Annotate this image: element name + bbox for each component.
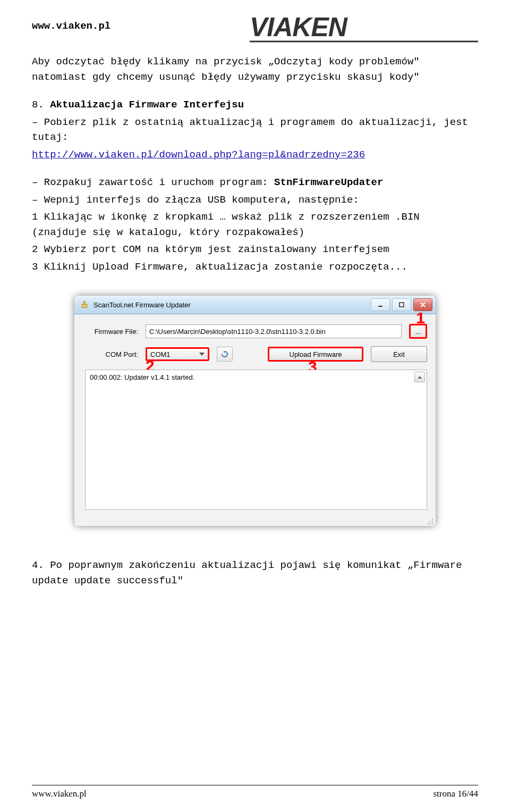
log-area: 00:00.002: Updater v1.4.1 started.: [85, 370, 427, 510]
page-footer: www.viaken.pl strona 16/44: [32, 789, 478, 799]
firmware-file-label: Firmware File:: [85, 328, 138, 336]
refresh-button[interactable]: [217, 347, 233, 362]
minimize-button[interactable]: [371, 298, 390, 311]
heading-8: 8. Aktualizacja Firmware Interfejsu: [32, 97, 478, 113]
footer-rule: [32, 785, 478, 785]
close-icon: [420, 302, 426, 308]
maximize-button[interactable]: [392, 298, 411, 311]
com-port-select[interactable]: COM1: [146, 347, 209, 361]
svg-point-8: [428, 523, 429, 524]
paragraph-after: 4. Po poprawnym zakończeniu aktualizacji…: [32, 558, 478, 588]
viaken-logo: VIAKEN: [250, 13, 478, 45]
paragraph-unpack-a: – Rozpakuj zawartość i uruchom program:: [32, 177, 274, 188]
paragraph-intro: Aby odczytać błędy klikamy na przycisk „…: [32, 54, 478, 85]
window-body: Firmware File: C:\Users\Marcin\Desktop\s…: [74, 314, 436, 515]
app-icon: [80, 300, 89, 309]
paragraph-download: – Pobierz plik z ostatnią aktualizacją i…: [32, 115, 478, 145]
page-header: www.viaken.pl VIAKEN: [32, 13, 478, 45]
program-name: StnFirmwareUpdater: [274, 177, 383, 188]
scroll-up-button[interactable]: [414, 372, 425, 382]
app-screenshot: ScanTool.net Firmware Updater: [74, 296, 436, 526]
heading-8-title: Aktualizacja Firmware Interfejsu: [50, 99, 244, 111]
download-link[interactable]: http://www.viaken.pl/download.php?lang=p…: [32, 149, 365, 161]
refresh-icon: [220, 350, 229, 358]
step-1: 1 Klikając w ikonkę z kropkami … wskaż p…: [32, 210, 478, 240]
chevron-down-icon: [199, 353, 205, 356]
footer-right: strona 16/44: [433, 789, 478, 799]
footer-left: www.viaken.pl: [32, 789, 87, 799]
paragraph-connect: – Wepnij interfejs do złącza USB kompute…: [32, 192, 478, 208]
log-line: 00:00.002: Updater v1.4.1 started.: [90, 373, 194, 381]
minimize-icon: [377, 302, 384, 308]
step-2: 2 Wybierz port COM na którym jest zainst…: [32, 242, 478, 257]
svg-text:VIAKEN: VIAKEN: [250, 13, 348, 42]
window-title: ScanTool.net Firmware Updater: [94, 301, 191, 309]
paragraph-unpack: – Rozpakuj zawartość i uruchom program: …: [32, 175, 478, 190]
callout-1: 1: [416, 309, 425, 327]
chevron-up-icon: [418, 376, 422, 379]
app-window: ScanTool.net Firmware Updater: [74, 296, 436, 526]
firmware-file-row: Firmware File: C:\Users\Marcin\Desktop\s…: [85, 324, 427, 339]
svg-point-9: [430, 521, 431, 522]
resize-grip[interactable]: [74, 515, 436, 526]
exit-button[interactable]: Exit: [371, 346, 427, 362]
com-port-label: COM Port:: [85, 350, 138, 358]
com-port-row: COM Port: COM1 Upload Firmware Exit: [85, 346, 427, 362]
heading-8-num: 8.: [32, 99, 44, 111]
step-3: 3 Kliknij Upload Firmware, aktualizacja …: [32, 259, 478, 275]
document-page: www.viaken.pl VIAKEN Aby odczytać błędy …: [0, 0, 510, 812]
svg-point-10: [432, 519, 433, 520]
firmware-file-input[interactable]: C:\Users\Marcin\Desktop\stn1110-3.2.0\st…: [146, 324, 402, 338]
resize-grip-icon: [427, 518, 434, 525]
svg-point-5: [432, 523, 433, 524]
maximize-icon: [398, 302, 405, 308]
header-url: www.viaken.pl: [32, 13, 110, 32]
titlebar: ScanTool.net Firmware Updater: [74, 296, 436, 314]
svg-rect-2: [400, 303, 404, 307]
document-body: Aby odczytać błędy klikamy na przycisk „…: [32, 54, 478, 274]
svg-point-7: [432, 521, 433, 522]
svg-point-6: [430, 523, 431, 524]
